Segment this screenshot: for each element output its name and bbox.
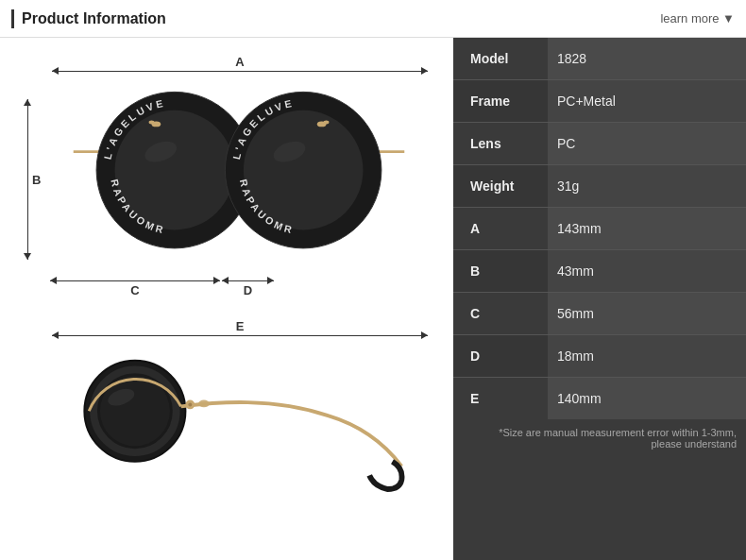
dim-d-wrapper: D xyxy=(222,280,274,297)
spec-value: 1828 xyxy=(548,38,746,79)
main-content: A B xyxy=(0,38,746,560)
side-view-section: E xyxy=(14,312,439,501)
svg-point-17 xyxy=(323,121,329,125)
svg-point-23 xyxy=(188,403,192,407)
dim-e-label: E xyxy=(236,319,245,333)
dimension-b-container: B xyxy=(27,99,41,260)
specs-panel: Model 1828 Frame PC+Metal Lens PC Weight… xyxy=(453,38,746,560)
dim-e-arrow xyxy=(52,335,428,336)
spec-row: Model 1828 xyxy=(453,38,746,80)
page-title: Product Information xyxy=(22,10,166,27)
learn-more-button[interactable]: learn more ▼ xyxy=(660,11,735,25)
header-bar-decoration xyxy=(11,9,14,28)
spec-value: 143mm xyxy=(548,208,746,249)
dim-a-label: A xyxy=(235,55,244,69)
specs-table: Model 1828 Frame PC+Metal Lens PC Weight… xyxy=(453,38,746,419)
spec-key: Lens xyxy=(453,123,548,164)
glasses-front-view: L'AGELUVE RAPAUOMR xyxy=(47,76,430,274)
spec-value: PC+Metal xyxy=(548,80,746,122)
dim-d-label: D xyxy=(244,283,252,297)
dimension-e-container: E xyxy=(52,319,428,336)
spec-row: B 43mm xyxy=(453,250,746,293)
dim-b-arrow xyxy=(27,99,28,260)
spec-key: Weight xyxy=(453,165,548,207)
spec-key: C xyxy=(453,293,548,334)
spec-key: Model xyxy=(453,38,548,79)
spec-row: D 18mm xyxy=(453,335,746,378)
header: Product Information learn more ▼ xyxy=(0,0,746,38)
dim-c-label: C xyxy=(130,283,139,297)
glasses-side-svg xyxy=(61,345,411,496)
dim-a-arrow xyxy=(52,71,428,72)
spec-row: A 143mm xyxy=(453,208,746,250)
dimension-a-container: A xyxy=(52,55,428,72)
header-left: Product Information xyxy=(11,9,166,28)
dim-cd-row: C D xyxy=(50,280,274,297)
spec-value: 43mm xyxy=(548,250,746,292)
front-view-section: A B xyxy=(14,47,439,302)
dim-c-wrapper: C xyxy=(50,280,220,297)
spec-row: E 140mm xyxy=(453,378,746,419)
spec-note: *Size are manual measurement error withi… xyxy=(453,419,746,457)
dim-b-label: B xyxy=(32,173,41,187)
spec-key: D xyxy=(453,335,548,377)
left-panel: A B xyxy=(0,38,453,560)
spec-key: B xyxy=(453,250,548,292)
dim-d-arrow-line xyxy=(222,280,274,281)
spec-value: 140mm xyxy=(548,378,746,419)
spec-key: Frame xyxy=(453,80,548,122)
glasses-front-svg: L'AGELUVE RAPAUOMR xyxy=(64,80,414,269)
spec-row: Weight 31g xyxy=(453,165,746,208)
glasses-side-view xyxy=(42,340,430,501)
spec-value: 56mm xyxy=(548,293,746,334)
spec-row: Frame PC+Metal xyxy=(453,80,746,123)
spec-key: A xyxy=(453,208,548,249)
svg-point-24 xyxy=(198,400,210,408)
spec-row: C 56mm xyxy=(453,293,746,335)
spec-row: Lens PC xyxy=(453,123,746,165)
spec-value: 31g xyxy=(548,165,746,207)
spec-key: E xyxy=(453,378,548,419)
spec-value: 18mm xyxy=(548,335,746,377)
spec-value: PC xyxy=(548,123,746,164)
dim-c-arrow-line xyxy=(50,280,220,281)
dim-cd-container: C D xyxy=(50,280,274,297)
svg-point-15 xyxy=(148,121,154,125)
